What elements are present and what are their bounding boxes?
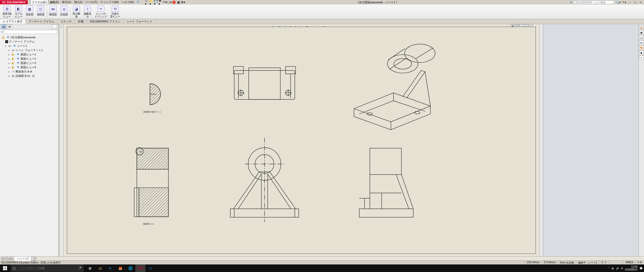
ribbon-break-view[interactable]: ⫴破断表 示 — [82, 5, 93, 18]
tab-layout[interactable]: レイアウト表示 — [0, 19, 26, 24]
expander-icon[interactable]: ▸ — [8, 53, 11, 56]
solidworks-app-icon[interactable]: SW — [135, 264, 145, 272]
start-button[interactable] — [0, 264, 10, 272]
expander-icon[interactable]: ▸ — [8, 75, 11, 77]
tree-detail-b[interactable]: ▸ ◎ 詳細図 B (4 : 1) — [1, 74, 58, 78]
status-extra-icon[interactable]: ▾ ⚙ — [635, 261, 644, 264]
taskbar-search[interactable]: ◯ 🎤 — [11, 265, 84, 272]
tray-ime-icon[interactable]: A — [621, 267, 623, 270]
edge-icon[interactable]: e — [105, 264, 115, 272]
ribbon-auxiliary-view[interactable]: ◫補助図 — [35, 5, 46, 18]
ribbon-section-view[interactable]: ⟴断面図 — [48, 5, 59, 18]
ribbon-crop-view[interactable]: ✂ビューの トリミング — [93, 5, 109, 18]
menu-view[interactable]: 表示(V) — [60, 0, 73, 5]
cortana-icon[interactable]: ◯ — [13, 267, 16, 270]
tree-sheet[interactable]: ▾ ▭ ⚑ シート1 — [1, 44, 58, 48]
filter-icon[interactable]: ▽ — [1, 30, 3, 34]
expander-icon[interactable]: ▾ — [4, 45, 7, 47]
ribbon-detail-view[interactable]: ◎詳細図 — [59, 5, 70, 18]
drawing-sheet[interactable]: 詳細図 B 縮尺 4 : 1 — [67, 27, 536, 254]
ribbon-alternate-position[interactable]: ⟲代替位 置ビュー — [109, 5, 122, 18]
word-icon[interactable]: W — [145, 264, 155, 272]
tree-view1[interactable]: ▸ ◧ ⚑ 図面ビュー1 — [1, 52, 58, 57]
tree-annotations[interactable]: 🅰 アノテート アイテム — [1, 40, 58, 44]
ribbon-broken-out-section[interactable]: ◪部分断 面 — [71, 5, 82, 18]
tray-chevron-icon[interactable]: ˄ — [608, 267, 610, 270]
panel-expand-icon[interactable]: › — [52, 24, 57, 29]
collapsed-panel-left[interactable]: « — [60, 24, 63, 256]
task-view-icon[interactable]: ⊞ — [85, 264, 95, 272]
action-center-icon[interactable]: 💬 — [639, 267, 642, 270]
ribbon-standard-3view[interactable]: ⊞標準3面 ビュー — [1, 5, 13, 18]
maximize-button[interactable]: □ — [633, 1, 638, 4]
mic-icon[interactable]: 🎤 — [78, 267, 82, 270]
status-units[interactable]: MMGS — [623, 261, 635, 264]
qat-print-icon[interactable]: 🖶▾ — [158, 0, 163, 4]
qat-save-icon[interactable]: 💾▾ — [154, 0, 158, 4]
sheet-tab-1[interactable]: ▭ シート1 — [14, 256, 31, 261]
qat-options-icon[interactable]: ▦ — [177, 0, 181, 4]
sheet-last-icon[interactable]: ▸| — [10, 257, 13, 260]
qat-undo-icon[interactable]: ↶▾ — [163, 0, 167, 4]
minimize-button[interactable]: – — [628, 1, 632, 4]
sheet-first-icon[interactable]: |◂ — [1, 257, 4, 260]
expander-icon[interactable]: ▸ — [8, 71, 11, 73]
taskpane-appearances-icon[interactable]: ◉ — [639, 50, 644, 55]
taskbar-search-input[interactable] — [18, 266, 76, 270]
menu-tools[interactable]: ツール(T) — [84, 0, 99, 5]
menu-pin-icon[interactable]: ⚲ — [135, 0, 140, 5]
taskpane-view-palette-icon[interactable]: 🎨 — [639, 45, 644, 50]
taskpane-resources-icon[interactable]: ▦ — [639, 30, 644, 35]
taskpane-design-library-icon[interactable]: 🗂 — [639, 35, 644, 40]
tree-section-aa[interactable]: ▸ ✧ 断面表示 A-A — [1, 70, 58, 74]
tray-volume-icon[interactable]: 🔊 — [616, 267, 619, 270]
taskpane-home-icon[interactable]: 🏠 — [639, 25, 644, 30]
tray-network-icon[interactable]: 🖧 — [612, 267, 614, 270]
property-tab-icon[interactable]: ▤ — [7, 24, 12, 29]
status-editing[interactable]: 編集中：シート1 — [576, 261, 599, 264]
qat-new-icon[interactable]: 🗋▾ — [145, 0, 149, 4]
close-button[interactable]: × — [638, 1, 643, 4]
menu-window[interactable]: ウィンドウ(W) — [99, 0, 120, 5]
expander-icon[interactable]: ▸ — [8, 49, 11, 52]
tray-clock[interactable]: 13:36 2019/09/14 — [625, 265, 637, 271]
collapsed-panel-right[interactable] — [539, 24, 543, 256]
feature-tree-tab-icon[interactable]: 🗟 — [1, 24, 6, 29]
firefox-icon[interactable]: 🦊 — [115, 264, 125, 272]
menu-help[interactable]: ヘルプ(H) — [120, 0, 135, 5]
help-search-input[interactable] — [574, 1, 614, 4]
help-dropdown-icon[interactable]: ? ▾ — [622, 1, 626, 4]
sheet-next-icon[interactable]: ▸ — [7, 257, 10, 260]
tree-view3[interactable]: ▸ ◧ ⚑ 図面ビュー3 — [1, 61, 58, 65]
expander-icon[interactable]: ▸ — [8, 62, 11, 64]
tab-evaluate[interactable]: 評価 — [75, 19, 87, 24]
qat-settings-icon[interactable]: ⚙▾ — [181, 0, 185, 4]
qat-select-icon[interactable]: ⬚▾ — [168, 0, 172, 4]
help-icon[interactable]: ② — [570, 1, 572, 4]
expander-icon[interactable]: ▸ — [8, 58, 11, 60]
expander-icon[interactable]: ▸ — [8, 66, 11, 69]
tree-root[interactable]: 🗟 ⚑ 2次元図面sakuseide — [1, 35, 58, 40]
search-icon[interactable]: 🔍▾ — [616, 1, 621, 4]
tab-sketch[interactable]: スケッチ — [58, 19, 75, 24]
tree-view2[interactable]: ▸ ◧ ⚑ 図面ビュー2 — [1, 57, 58, 61]
menu-insert[interactable]: 挿入(I) — [73, 0, 84, 5]
ribbon-model-view[interactable]: ◧モデル ビュー — [13, 5, 24, 18]
chrome-icon[interactable]: 🌐 — [125, 264, 135, 272]
qat-open-icon[interactable]: 📂▾ — [149, 0, 153, 4]
tree-sheet-format[interactable]: ▸ ▭ シート フォーマット1 — [1, 48, 58, 52]
menu-edit[interactable]: 編集(E) — [48, 0, 61, 5]
taskpane-custom-props-icon[interactable]: ≡ — [639, 55, 644, 60]
taskpane-file-explorer-icon[interactable]: 🗁 — [639, 40, 644, 45]
add-sheet-button[interactable]: ◫ — [32, 257, 36, 260]
qat-rebuild-icon[interactable]: 🔴 — [172, 0, 176, 4]
tab-sheet-format[interactable]: シート フォーマット — [124, 19, 156, 24]
sheet-prev-icon[interactable]: ◂ — [4, 257, 7, 260]
tree-filter-input[interactable] — [4, 30, 57, 34]
tab-annotation[interactable]: アノテート アイテム — [26, 19, 58, 24]
ribbon-projected-view[interactable]: ▦投影図 — [24, 5, 35, 18]
tab-addins[interactable]: SOLIDWORKS アドイン — [87, 19, 124, 24]
menu-file[interactable]: ファイル(F) — [30, 0, 48, 5]
status-scale[interactable]: 2 : 1 — [599, 261, 608, 264]
drawing-canvas[interactable]: ⊞ ❐ – □ × 🔍 ⊡ 🔎 ✥ ✎ ↻ ▦ ◉ ▾ 👁 ▾ — [63, 24, 539, 256]
